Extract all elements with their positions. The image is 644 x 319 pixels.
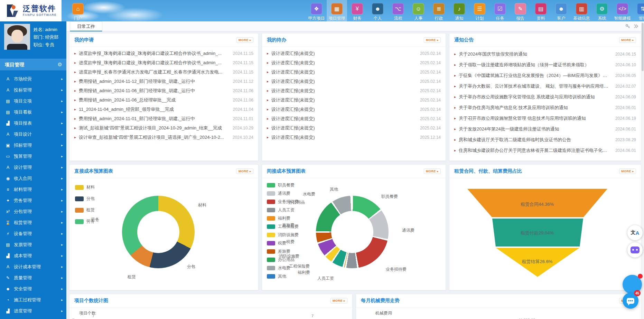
item-text[interactable]: 设计进度汇报(未提交) [271,97,416,103]
list-item[interactable]: 关于举办市政公用设施数字化管理信息 系统建设与应用培训班的通知 2024.06.… [454,91,636,102]
list-item[interactable]: 房和城乡建设厅关于取消二级建造师临时执业证书的公告 2023.08.29 [454,134,636,145]
nav-item[interactable]: ☑ 任务 [490,0,510,21]
item-text[interactable]: 11_2024-11-04_admin_经营部_领导审批__完成 [79,106,229,113]
list-item[interactable]: 关于2024年国庆节放假安排的通知 2024.06.15 [454,49,636,59]
sidebar-module-header[interactable]: 项目管理 ⚙ [0,59,66,70]
sidebar-menu-item[interactable]: ▤ 项目看板 ▸ [0,107,66,118]
app-logo[interactable]: 泛普软件 FANPU SOFTWARE [0,0,62,21]
list-item[interactable]: 11_2024-11-04_admin_经营部_领导审批__完成 2024.11… [74,105,253,114]
list-item[interactable]: 住房和城乡建设部办公厅关于同意吉林省开展二级建造师注册证书电子化试点... 20… [454,145,636,156]
list-item[interactable]: 费用报销_admin_2024-11-01_部门经理审批_胡建,_运行中 202… [74,114,253,123]
more-button[interactable]: MORE ▸ [424,168,441,174]
item-text[interactable]: 设计进度汇报(未提交) [271,88,416,94]
nav-item[interactable]: ✎ 报告 [510,0,531,21]
indirect-cost-donut[interactable] [316,196,389,268]
list-item[interactable]: 关于领取一级注册建造师增项贴的通知（须持一建证书前来领取） 2024.06.10 [454,59,636,70]
legend-item[interactable]: 税费 [267,239,299,247]
sidebar-menu-item[interactable]: ▟ 项目报表 ▸ [0,118,66,129]
nav-item[interactable]: ≣ 行政 [429,0,449,21]
list-item[interactable]: 设计进度汇报(未提交) 2025.02.14 [267,123,441,133]
item-text[interactable]: 关于发放2024年第24批一级建造师注册证书的通知 [459,126,611,132]
legend-item[interactable]: 水电费 [267,264,299,272]
nav-item[interactable]: ▥ 基础信息 [571,0,592,21]
key-icon[interactable] [625,24,630,29]
nav-item[interactable]: </> 智能建模 [612,0,633,21]
item-text[interactable]: 设计进度汇报(未提交) [271,134,416,141]
nav-item[interactable]: ❖ 甲方项目 [306,0,327,21]
item-text[interactable]: 关于领取一级注册建造师增项贴的通知（须持一建证书前来领取） [459,62,611,68]
item-text[interactable]: 关于举办大数据、云计算技术在城市建设、 规划、管理与服务中的应用培训班... [459,83,611,89]
legend-item[interactable]: 分包 [75,193,95,204]
nav-item[interactable]: ⚙ 系统 [592,0,612,21]
sidebar-menu-item[interactable]: ▭ 预算管理 ▸ [0,151,66,162]
more-button[interactable]: MORE ▸ [619,168,636,174]
chat-widget[interactable]: 45 [623,293,638,309]
nav-item[interactable]: ♪ 通知 [449,0,469,21]
legend-item[interactable]: 人员工资 [267,206,299,214]
item-text[interactable]: 设计进度汇报(未提交) [271,78,416,85]
sidebar-menu-item[interactable]: ¤ 材料管理 ▸ [0,184,66,195]
legend-item[interactable]: 劳务 [75,216,95,227]
legend-item[interactable]: 通讯费 [267,189,299,197]
item-text[interactable]: 设计进度汇报(未提交) [271,125,416,131]
settings-gear-icon[interactable]: ⚙ [58,59,62,70]
more-button[interactable]: MORE ▸ [424,37,441,43]
list-item[interactable]: 设计进度汇报(未提交) 2025.02.14 [267,86,441,95]
item-text[interactable]: 房和城乡建设厅关于取消二级建造师临时执业证书的公告 [459,137,611,143]
item-text[interactable]: 费用报销_admin_2024-11-06_总经理审批__完成 [79,97,229,103]
item-text[interactable]: 关于举办市政公用设施数字化管理信息 系统建设与应用培训班的通知 [459,94,611,100]
nav-item[interactable]: ☻ 客户 [551,0,571,21]
sidebar-menu-item[interactable]: ✎ 质量管理 ▸ [0,272,66,283]
list-item[interactable]: 费用报销_admin_2024-11-12_部门经理审批_胡建,_运行中 202… [74,77,253,86]
list-item[interactable]: 进度款申报_珠海鹤港口建设_珠海鹤港口建设工程合作协议书_admin_... 2… [74,49,253,58]
item-text[interactable]: 关于举办住房与房地产信息化 技术及应用培训班的通知 [459,105,611,111]
list-item[interactable]: 设计进度汇报(未提交) 2025.02.14 [267,58,441,67]
sidebar-menu-item[interactable]: ☻ 安全管理 ▸ [0,283,66,294]
list-item[interactable]: 设计进度汇报(未提交) 2025.02.14 [267,67,441,77]
sidebar-menu-item[interactable]: A 项目设计 ▸ [0,129,66,140]
item-text[interactable]: 进度款申报_长春市伊通河水力发电厂改建工程_长春市伊通河水力发电... [79,69,229,75]
more-button[interactable]: MORE ▸ [236,168,253,174]
list-item[interactable]: 进度款申报_长春市伊通河水力发电厂改建工程_长春市伊通河水力发电... 2024… [74,67,253,77]
item-text[interactable]: 费用报销_admin_2024-11-01_部门经理审批_胡建,_运行中 [79,116,229,122]
item-text[interactable]: 关于召开市政公用设施智慧化管理 信息技术与应用培训班的通知 [459,115,611,122]
assistant-widget[interactable] [627,242,643,258]
legend-item[interactable]: 福利费 [267,214,299,222]
list-item[interactable]: 测试_彭祖新城“四馆”景观工程设计项目_2024-10-29_admin_结束_… [74,123,253,133]
nav-item[interactable]: ☻ 个人 [367,0,388,21]
scrollbar-thumb[interactable] [642,23,644,71]
item-text[interactable]: 进度款申报_珠海鹤港口建设_珠海鹤港口建设工程合作协议书_admin_... [79,60,229,66]
list-item[interactable]: 关于召开市政公用设施智慧化管理 信息技术与应用培训班的通知 2024.06.19 [454,113,636,124]
sidebar-menu-item[interactable]: ▤ 项目立项 ▸ [0,96,66,107]
list-item[interactable]: 设计审查_彭祖新城“四馆”景观工程设计项目_请选择_胡广生_2024-10-2.… [74,133,253,142]
list-item[interactable]: 设计进度汇报(未提交) 2025.02.14 [267,77,441,86]
nav-item[interactable]: ☺ 人事 [408,0,429,21]
sidebar-menu-item[interactable]: A 设计管理 ▸ [0,162,66,173]
nav-item[interactable]: ⌥ 流程 [388,0,408,21]
sidebar-menu-item[interactable]: ⚡ 设备管理 ▸ [0,228,66,239]
legend-item[interactable]: 办公用品 [267,255,299,264]
list-item[interactable]: 关于举办大数据、云计算技术在城市建设、 规划、管理与服务中的应用培训班... 2… [454,81,636,91]
nav-item[interactable]: ☰ 计划 [469,0,490,21]
lease-funnel[interactable]: 租赁合同44.36% 租赁付款29.04% 租赁结算26.6% [449,178,641,290]
nav-item[interactable]: ▤ 资料 [531,0,551,21]
list-item[interactable]: 于征集《中国建筑施工行业信息化发展报告（2024）—BIM应用与发展》材料...… [454,70,636,81]
item-text[interactable]: 测试_彭祖新城“四馆”景观工程设计项目_2024-10-29_admin_结束_… [79,125,228,131]
list-item[interactable]: 费用报销_admin_2024-11-06_总经理审批__完成 2024.11.… [74,95,253,105]
sidebar-menu-item[interactable]: ▤ 发票管理 ▸ [0,239,66,250]
nav-item-portal[interactable]: ⌂ 门户 [68,0,88,21]
translate-widget[interactable]: 文 A [627,225,643,240]
more-button[interactable]: MORE ▸ [236,37,253,43]
item-text[interactable]: 设计进度汇报(未提交) [271,69,416,75]
sidebar-menu-item[interactable]: ▣ 招标管理 ▸ [0,140,66,151]
legend-item[interactable]: 租赁 [75,204,95,216]
sidebar-menu-item[interactable]: ⌛ 租赁管理 ▸ [0,217,66,228]
legend-item[interactable]: 消防设施费 [267,231,299,239]
list-item[interactable]: 关于举办住房与房地产信息化 技术及应用培训班的通知 2024.06.01 [454,102,636,113]
list-item[interactable]: 费用报销_admin_2024-11-06_部门经理审批_胡建,_运行中 202… [74,86,253,95]
legend-item[interactable]: 业务招待费 [267,197,299,206]
sidebar-menu-item[interactable]: x² 分包管理 ▸ [0,206,66,217]
list-item[interactable]: 关于发放2024年第24批一级建造师注册证书的通知 2024.06.01 [454,124,636,134]
sidebar-menu-item[interactable]: ◉ 收入合同 ▸ [0,173,66,184]
list-item[interactable]: 设计进度汇报(未提交) 2025.02.14 [267,105,441,114]
